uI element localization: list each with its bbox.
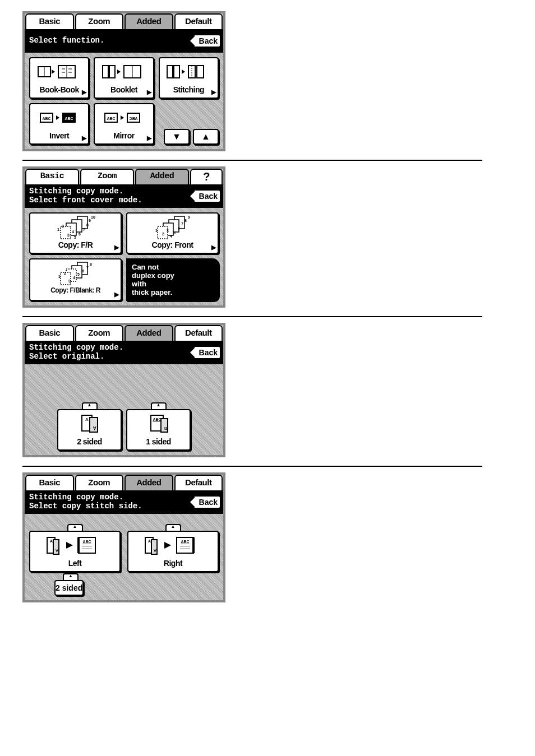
stitch-side-area: A ∀ ABC Left [25, 514, 223, 600]
svg-rect-10 [109, 66, 115, 78]
book-book-icon [31, 61, 87, 83]
svg-marker-22 [56, 115, 59, 120]
svg-text:4: 4 [73, 276, 75, 280]
tab-basic[interactable]: Basic [25, 475, 74, 490]
tab-zoom[interactable]: Zoom [75, 325, 124, 341]
svg-text:3: 3 [167, 229, 169, 233]
svg-text:ABC: ABC [64, 117, 73, 120]
svg-text:∀: ∀ [55, 549, 58, 553]
tab-zoom[interactable]: Zoom [80, 169, 134, 184]
panel-stitching-cover: Basic Zoom Added ? Stitching copy mode. … [22, 166, 225, 308]
stitch-right-button[interactable]: A ∀ ABC Right [127, 531, 219, 572]
svg-text:IZ: IZ [164, 426, 168, 430]
svg-text:1: 1 [58, 275, 61, 279]
tab-zoom[interactable]: Zoom [75, 13, 124, 29]
svg-text:3: 3 [68, 279, 71, 283]
booklet-button[interactable]: Booklet ▶ [94, 57, 154, 99]
tab-default[interactable]: Default [174, 13, 223, 29]
tab-added[interactable]: Added [124, 325, 173, 341]
back-button[interactable]: Back [192, 495, 221, 509]
submenu-arrow-icon: ▶ [147, 134, 151, 142]
tab-default[interactable]: Default [174, 325, 223, 341]
svg-text:9: 9 [89, 219, 91, 222]
tab-basic[interactable]: Basic [25, 169, 79, 184]
svg-text:ABC: ABC [107, 117, 115, 120]
mirror-button[interactable]: ABC ABC Mirror ▶ [94, 103, 154, 145]
invert-button[interactable]: ABC ABC Invert ▶ [29, 103, 89, 145]
stitch-left-button[interactable]: A ∀ ABC Left [29, 531, 121, 572]
svg-text:6: 6 [82, 269, 84, 273]
svg-text:9: 9 [188, 215, 190, 219]
page-down-button[interactable]: ▼ [164, 129, 190, 145]
invert-label: Invert [31, 131, 87, 140]
booklet-icon [96, 61, 151, 83]
svg-text:2: 2 [162, 232, 164, 236]
svg-text:A: A [85, 417, 89, 422]
mirror-label: Mirror [96, 131, 151, 140]
svg-text:ABC: ABC [129, 117, 137, 120]
tab-default[interactable]: Default [174, 475, 223, 490]
svg-text:3: 3 [67, 233, 70, 237]
stitch-left-label: Left [31, 559, 118, 568]
function-grid: Book-Book ▶ Booklet ▶ [25, 53, 223, 149]
two-sided-label: 2 sided [59, 437, 119, 446]
svg-rect-15 [174, 66, 179, 78]
tab-added[interactable]: Added [135, 169, 189, 184]
panel-select-original: Basic Zoom Added Default Stitching copy … [22, 323, 225, 457]
page-up-button[interactable]: ▲ [193, 129, 219, 145]
svg-text:10: 10 [91, 215, 95, 219]
tab-bar: Basic Zoom Added ? [25, 169, 223, 184]
back-button[interactable]: Back [192, 34, 221, 48]
tab-basic[interactable]: Basic [25, 325, 74, 341]
svg-text:4: 4 [170, 234, 172, 238]
one-sided-button[interactable]: ABC IZ 1 sided [126, 409, 191, 451]
svg-text:ABC: ABC [42, 117, 50, 120]
tab-bar: Basic Zoom Added Default [25, 325, 223, 341]
triangle-up-icon: ▲ [201, 132, 210, 142]
svg-text:8: 8 [90, 262, 92, 266]
thick-paper-note: Can not duplex copy with thick paper. [126, 258, 219, 301]
footer-two-sided-button[interactable]: 2 sided [54, 580, 84, 596]
svg-text:5: 5 [173, 231, 176, 235]
stitching-button[interactable]: Stitching ▶ [159, 57, 219, 99]
stitch-right-icon: A ∀ ABC [130, 534, 216, 556]
back-button[interactable]: Back [192, 346, 221, 359]
copy-front-button[interactable]: 12 34 56 78 9 Copy: Front ▶ [126, 212, 219, 254]
submenu-arrow-icon: ▶ [82, 89, 86, 96]
copy-fblank-r-label: Copy: F/Blank: R [31, 286, 119, 294]
tab-basic[interactable]: Basic [25, 13, 74, 29]
stitching-label: Stitching [161, 85, 216, 94]
tab-zoom[interactable]: Zoom [75, 475, 124, 490]
book-book-button[interactable]: Book-Book ▶ [29, 57, 89, 99]
footer-two-sided-label: 2 sided [56, 583, 82, 592]
back-button[interactable]: Back [192, 189, 221, 203]
svg-text:2: 2 [64, 271, 66, 275]
copy-fr-label: Copy: F/R [31, 240, 119, 249]
tab-added[interactable]: Added [124, 13, 173, 29]
panel-added-functions: Basic Zoom Added Default Select function… [22, 11, 225, 151]
message-bar: Stitching copy mode. Select copy stitch … [25, 490, 223, 514]
svg-text:1: 1 [57, 228, 59, 231]
message-bar: Stitching copy mode. Select front cover … [25, 184, 223, 208]
svg-text:4: 4 [72, 230, 74, 234]
submenu-arrow-icon: ▶ [82, 134, 86, 142]
svg-text:6: 6 [178, 226, 180, 230]
svg-text:8: 8 [185, 219, 187, 222]
stitch-right-label: Right [130, 559, 216, 568]
submenu-arrow-icon: ▶ [147, 89, 151, 96]
svg-marker-81 [66, 542, 73, 549]
svg-marker-16 [182, 69, 185, 74]
svg-rect-9 [103, 66, 108, 78]
note-line: with [132, 280, 146, 288]
help-button[interactable]: ? [190, 169, 223, 184]
svg-text:5: 5 [74, 235, 76, 239]
tab-added[interactable]: Added [124, 475, 173, 490]
two-sided-button[interactable]: A ∀ 2 sided [57, 409, 122, 451]
note-line: Can not [132, 263, 159, 271]
panel-stitch-side: Basic Zoom Added Default Stitching copy … [22, 472, 225, 602]
copy-fblank-r-button[interactable]: 12 34 56 78 Copy: F/Blank: R ▶ [29, 258, 122, 301]
pages-fblank-icon: 12 34 56 78 [31, 262, 119, 284]
original-grid-area: A ∀ 2 sided ABC [25, 364, 223, 455]
copy-fr-button[interactable]: 12 34 56 78 910 Copy: F/R ▶ [29, 212, 122, 254]
svg-text:7: 7 [181, 222, 183, 226]
